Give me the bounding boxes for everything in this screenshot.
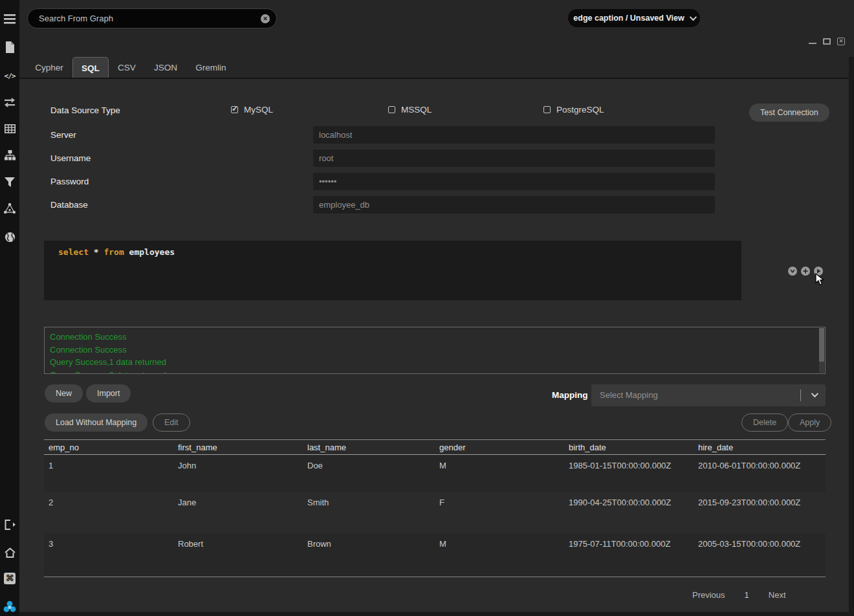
left-sidebar: </> ⌘ (0, 0, 19, 616)
column-header: first_name (173, 443, 303, 452)
console-line: Connection Success (45, 344, 825, 357)
tab-gremlin[interactable]: Gremlin (195, 57, 226, 78)
table-row[interactable]: 1 John Doe M 1985-01-15T00:00:00.000Z 20… (44, 455, 826, 492)
cell-hire-date: 2015-09-23T00:00:00.000Z (694, 492, 826, 533)
tab-json[interactable]: JSON (154, 57, 177, 78)
logout-icon[interactable] (0, 518, 19, 532)
code-icon[interactable]: </> (0, 69, 19, 83)
new-button[interactable]: New (45, 384, 83, 402)
select-mapping-placeholder: Select Mapping (600, 384, 658, 406)
previous-page-button[interactable]: Previous (692, 590, 725, 600)
console-scrollbar (819, 328, 824, 373)
hierarchy-icon[interactable] (0, 148, 19, 162)
minimize-icon[interactable] (809, 43, 816, 44)
results-table: emp_no first_name last_name gender birth… (44, 439, 826, 577)
mssql-checkbox-icon (388, 106, 395, 113)
checkbox-mysql[interactable]: MySQL (231, 105, 273, 115)
apply-button[interactable]: Apply (788, 413, 831, 432)
mysql-checkbox-icon (231, 106, 238, 113)
select-mapping-dropdown[interactable]: Select Mapping (591, 384, 826, 406)
sql-query-editor[interactable]: select * from employees (44, 241, 741, 300)
console-scrollbar-thumb[interactable] (819, 328, 824, 362)
document-icon[interactable] (0, 40, 19, 54)
datasource-type-label: Data Source Type (50, 105, 120, 115)
pagination: Previous 1 Next (692, 590, 786, 600)
table-icon[interactable] (0, 122, 19, 136)
home-icon[interactable] (0, 545, 19, 560)
cell-gender: M (435, 533, 564, 577)
sql-import-panel: Data Source Type MySQL MSSQL PostgreSQL … (19, 79, 849, 612)
server-label: Server (50, 130, 76, 140)
import-button[interactable]: Import (86, 384, 131, 402)
current-page-number: 1 (745, 590, 749, 600)
app-logo-icon (0, 600, 19, 614)
globe-icon[interactable] (0, 230, 19, 244)
console-output: Connection Success Connection Success Qu… (44, 327, 826, 374)
column-header: last_name (303, 443, 435, 452)
server-input[interactable] (313, 126, 715, 144)
postgresql-checkbox-icon (543, 106, 551, 113)
table-row[interactable]: 3 Robert Brown M 1975-07-11T00:00:00.000… (44, 533, 826, 577)
column-header: emp_no (44, 443, 173, 452)
cell-emp-no: 3 (44, 533, 173, 577)
window-scrollbar-gutter[interactable] (849, 57, 854, 612)
username-label: Username (50, 153, 91, 163)
command-key-icon[interactable]: ⌘ (0, 571, 19, 586)
maximize-icon[interactable] (823, 38, 831, 45)
mysql-label: MySQL (244, 105, 273, 115)
test-connection-button[interactable]: Test Connection (749, 104, 829, 122)
console-line: Connection Success (45, 327, 825, 344)
import-tabs: Cypher SQL CSV JSON Gremlin (19, 57, 849, 78)
app-window: </> ⌘ ✕ (0, 0, 854, 616)
transfer-arrows-icon[interactable] (0, 95, 19, 109)
load-without-mapping-button[interactable]: Load Without Mapping (45, 413, 148, 432)
filter-icon[interactable] (0, 175, 19, 189)
window-controls: ✕ (809, 38, 845, 45)
column-header: gender (435, 443, 564, 452)
table-header-row: emp_no first_name last_name gender birth… (44, 439, 826, 455)
close-icon[interactable]: ✕ (837, 38, 845, 45)
password-label: Password (50, 177, 89, 186)
window-bottom-edge (19, 612, 854, 616)
column-header: hire_date (694, 443, 826, 452)
column-header: birth_date (564, 443, 694, 452)
add-query-icon[interactable] (801, 267, 810, 276)
cell-birth-date: 1990-04-25T00:00:00.000Z (564, 492, 694, 533)
database-input[interactable] (313, 196, 715, 214)
tab-sql[interactable]: SQL (72, 57, 109, 78)
cell-first-name: Jane (173, 492, 303, 533)
cell-emp-no: 2 (44, 492, 173, 533)
graph-search-bar: ✕ (27, 8, 277, 28)
run-query-icon[interactable] (814, 267, 823, 276)
username-input[interactable] (313, 149, 715, 167)
table-body: 1 John Doe M 1985-01-15T00:00:00.000Z 20… (44, 455, 826, 577)
select-divider (800, 390, 801, 401)
cell-emp-no: 1 (44, 455, 173, 492)
edit-button[interactable]: Edit (153, 413, 190, 432)
graph-triangle-icon[interactable] (0, 201, 19, 215)
menu-icon[interactable] (0, 12, 19, 26)
checkbox-postgresql[interactable]: PostgreSQL (543, 105, 604, 115)
console-line: Query Success,3 data returned (45, 369, 825, 375)
cell-first-name: John (173, 455, 303, 492)
postgresql-label: PostgreSQL (556, 105, 604, 115)
search-clear-icon[interactable]: ✕ (261, 14, 270, 23)
tab-csv[interactable]: CSV (116, 57, 137, 78)
chevron-down-icon (811, 390, 818, 397)
cell-last-name: Doe (303, 455, 435, 492)
search-input[interactable] (28, 14, 261, 23)
cell-birth-date: 1975-07-11T00:00:00.000Z (564, 533, 694, 577)
next-page-button[interactable]: Next (769, 590, 786, 600)
tab-cypher[interactable]: Cypher (35, 57, 63, 78)
database-label: Database (50, 200, 88, 210)
editor-actions (788, 267, 823, 276)
cell-birth-date: 1985-01-15T00:00:00.000Z (564, 455, 694, 492)
password-input[interactable] (313, 173, 715, 190)
table-row[interactable]: 2 Jane Smith F 1990-04-25T00:00:00.000Z … (44, 492, 826, 533)
collapse-icon[interactable] (788, 267, 797, 276)
delete-button[interactable]: Delete (741, 413, 788, 432)
mssql-label: MSSQL (401, 105, 432, 115)
checkbox-mssql[interactable]: MSSQL (388, 105, 432, 115)
cell-first-name: Robert (173, 533, 303, 577)
view-selector-dropdown[interactable]: edge caption / Unsaved View (568, 9, 700, 27)
